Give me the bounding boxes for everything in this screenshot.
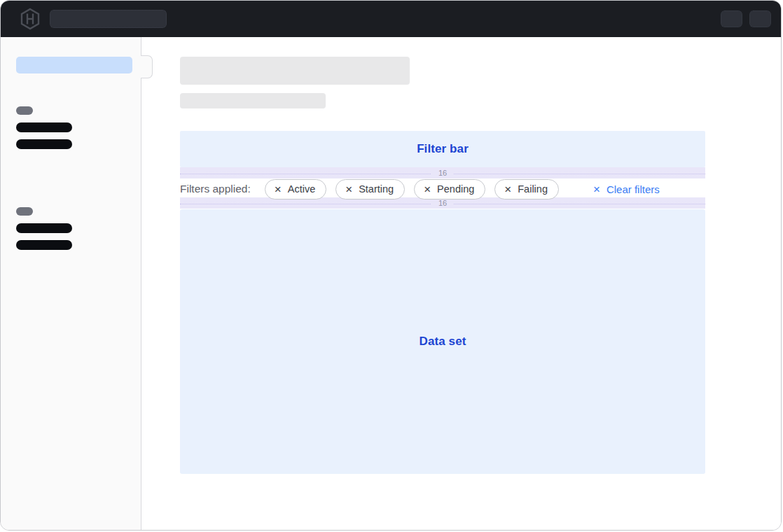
topbar-action-placeholder-2[interactable] [749, 10, 771, 27]
chip-label: Active [288, 183, 316, 195]
sidebar-nav-item-placeholder-3[interactable] [16, 223, 72, 233]
filters-row: Filters applied: × Active × Starting × P… [180, 178, 705, 200]
chip-remove-icon[interactable]: × [424, 183, 431, 195]
topbar-action-placeholder-1[interactable] [721, 10, 742, 27]
filters-applied-label: Filters applied: [180, 183, 251, 195]
clear-filters-label: Clear filters [607, 183, 660, 195]
filter-chip-pending[interactable]: × Pending [414, 179, 485, 200]
chip-remove-icon[interactable]: × [275, 183, 282, 195]
topbar-nav-placeholder [50, 10, 167, 28]
filter-bar-region: Filter bar [180, 131, 705, 167]
filter-bar-label: Filter bar [417, 142, 469, 156]
filter-chip-failing[interactable]: × Failing [494, 179, 559, 200]
data-set-region: Data set [180, 209, 705, 474]
page-title-placeholder [180, 57, 410, 85]
chip-label: Starting [359, 183, 394, 195]
clear-filters-icon: × [593, 183, 600, 195]
page-subtitle-placeholder [180, 93, 326, 108]
clear-filters-button[interactable]: × Clear filters [593, 183, 660, 195]
chip-remove-icon[interactable]: × [345, 183, 352, 195]
sidebar [1, 37, 141, 530]
data-set-label: Data set [420, 335, 466, 349]
topbar [1, 1, 781, 37]
sidebar-section-heading-placeholder-2 [16, 207, 33, 216]
main-content: Filter bar 16 Filters applied: × Active … [142, 37, 781, 530]
sidebar-active-item[interactable] [16, 57, 132, 74]
filter-chip-active[interactable]: × Active [265, 179, 326, 200]
sidebar-nav-item-placeholder-1[interactable] [16, 122, 72, 132]
sidebar-nav-item-placeholder-4[interactable] [16, 240, 72, 250]
chip-label: Failing [518, 183, 548, 195]
filter-chip-starting[interactable]: × Starting [335, 179, 405, 200]
hashicorp-logo-icon [20, 8, 41, 30]
spacing-value: 16 [431, 167, 454, 178]
chip-remove-icon[interactable]: × [504, 183, 511, 195]
spacing-annotation-top: 16 [180, 167, 705, 178]
app-window: Filter bar 16 Filters applied: × Active … [0, 0, 782, 531]
sidebar-section-heading-placeholder-1 [16, 106, 33, 115]
sidebar-toggle-notch[interactable] [141, 55, 153, 78]
sidebar-nav-item-placeholder-2[interactable] [16, 139, 72, 149]
chip-label: Pending [437, 183, 474, 195]
